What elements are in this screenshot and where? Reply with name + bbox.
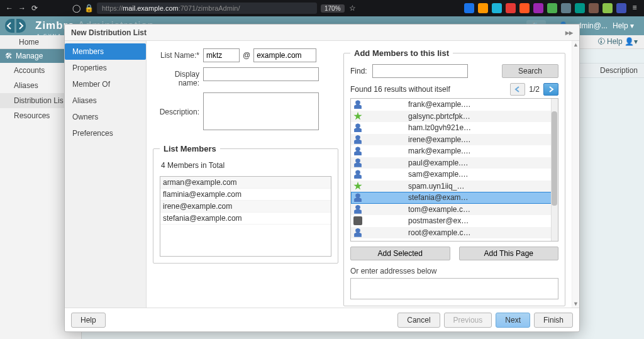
- person-icon: [353, 170, 362, 179]
- member-row[interactable]: flaminia@example.com: [160, 189, 331, 201]
- result-row[interactable]: spam.uyn1iiq_…: [351, 181, 558, 192]
- or-enter-label: Or enter addresses below: [350, 267, 558, 275]
- help-menu[interactable]: Help ▾: [613, 21, 634, 30]
- displayname-input[interactable]: [203, 67, 319, 81]
- result-row[interactable]: paul@example.…: [351, 157, 558, 169]
- person-icon: [353, 135, 362, 144]
- result-email: root@example.c…: [367, 228, 549, 237]
- description-textarea[interactable]: [203, 92, 319, 130]
- result-row[interactable]: tom@example.c…: [351, 204, 558, 216]
- result-email: irene@example.…: [367, 135, 549, 144]
- nav-item-properties[interactable]: Properties: [65, 60, 146, 76]
- result-row[interactable]: sam@example.…: [351, 169, 558, 181]
- ext-icon[interactable]: [547, 3, 557, 13]
- dialog-scrollbar[interactable]: ▲ ▼: [572, 41, 579, 308]
- right-column: Add Members to this list Find: Search Fo…: [343, 48, 565, 308]
- lock-icon: 🔒: [84, 4, 93, 13]
- ext-icon[interactable]: [492, 3, 502, 13]
- results-list[interactable]: frank@example.…galsync.pbrtcfpk…ham.lz0g…: [350, 98, 558, 242]
- dialog-nav: MembersPropertiesMember OfAliasesOwnersP…: [65, 41, 147, 308]
- help2-button[interactable]: 🛈 Help 👤▾: [597, 37, 638, 46]
- result-row[interactable]: galsync.pbrtcfpk…: [351, 111, 558, 123]
- person-icon: [353, 100, 362, 109]
- previous-button: Previous: [444, 313, 492, 328]
- person-icon: [353, 158, 362, 167]
- shield-icon: ◯: [72, 4, 80, 13]
- result-email: galsync.pbrtcfpk…: [367, 112, 549, 121]
- result-row[interactable]: root@example.c…: [351, 227, 558, 239]
- nav-item-owners[interactable]: Owners: [65, 109, 146, 125]
- ext-icon[interactable]: [506, 3, 516, 13]
- grid-col-description[interactable]: Description: [600, 66, 638, 75]
- url-host: mail.example.com: [123, 4, 179, 12]
- ext-icon[interactable]: [464, 3, 474, 13]
- star-outline-icon[interactable]: ☆: [348, 4, 357, 13]
- nav-item-preferences[interactable]: Preferences: [65, 125, 146, 142]
- description-label: Description:: [153, 92, 203, 116]
- forward-icon[interactable]: →: [18, 4, 26, 13]
- ext-icon[interactable]: [478, 3, 488, 13]
- add-members-legend: Add Members to this list: [350, 48, 453, 58]
- addresses-textarea[interactable]: [350, 278, 558, 299]
- result-row[interactable]: ham.lz0gvh921e…: [351, 122, 558, 134]
- reload-icon[interactable]: ⟳: [30, 4, 39, 13]
- result-row[interactable]: postmaster@ex…: [351, 215, 558, 227]
- dialog-titlebar: New Distribution List ▸▸: [65, 25, 579, 41]
- menu-icon[interactable]: ≡: [630, 3, 639, 12]
- back-icon[interactable]: ←: [5, 4, 14, 13]
- person-icon: [353, 147, 362, 155]
- add-selected-button[interactable]: Add Selected: [350, 247, 450, 260]
- result-row[interactable]: stefania@exam…: [351, 192, 558, 204]
- ext-icon[interactable]: [533, 3, 543, 13]
- next-button[interactable]: Next: [496, 313, 530, 328]
- history-pills: [5, 19, 26, 33]
- domain-input[interactable]: [253, 48, 316, 62]
- history-back-button[interactable]: [5, 19, 14, 33]
- result-row[interactable]: frank@example.…: [351, 99, 558, 111]
- help-button[interactable]: Help: [71, 313, 106, 328]
- member-list[interactable]: arman@example.comflaminia@example.comire…: [160, 176, 331, 257]
- url-path: :7071/zimbraAdmin/: [179, 4, 240, 12]
- scroll-down-icon[interactable]: ▼: [572, 300, 579, 308]
- result-email: stefania@exam…: [367, 193, 549, 202]
- finish-button[interactable]: Finish: [534, 313, 573, 328]
- pager-prev-button[interactable]: [510, 83, 525, 96]
- result-email: ham.lz0gvh921e…: [367, 123, 549, 132]
- nav-item-members[interactable]: Members: [65, 43, 146, 60]
- ext-icon[interactable]: [616, 3, 626, 13]
- cancel-button[interactable]: Cancel: [397, 313, 440, 328]
- find-label: Find:: [350, 67, 367, 75]
- sidebar-manage-label: Manage: [16, 52, 43, 60]
- result-email: mark@example.…: [367, 147, 549, 155]
- scrollbar-track[interactable]: [551, 99, 558, 241]
- scrollbar-thumb[interactable]: [552, 111, 557, 206]
- nav-item-aliases[interactable]: Aliases: [65, 92, 146, 109]
- person-icon: [353, 193, 362, 202]
- search-button[interactable]: Search: [502, 64, 558, 78]
- listname-input[interactable]: [203, 48, 240, 62]
- ext-icon[interactable]: [575, 3, 585, 13]
- add-this-page-button[interactable]: Add This Page: [459, 247, 559, 260]
- scroll-up-icon[interactable]: ▲: [572, 41, 579, 48]
- ext-icon[interactable]: [561, 3, 571, 13]
- member-row[interactable]: arman@example.com: [160, 177, 331, 189]
- result-row[interactable]: mark@example.…: [351, 145, 558, 157]
- history-forward-button[interactable]: [16, 19, 26, 33]
- zoom-badge[interactable]: 170%: [321, 4, 345, 13]
- robot-icon: [353, 216, 362, 225]
- result-email: paul@example.…: [367, 158, 549, 167]
- member-row[interactable]: irene@example.com: [160, 201, 331, 213]
- pager-next-button[interactable]: [543, 83, 558, 96]
- member-row[interactable]: stefania@example.com: [160, 213, 331, 225]
- extension-icons: ≡: [464, 3, 639, 13]
- collapse-icon[interactable]: ▸▸: [565, 28, 573, 37]
- ext-icon[interactable]: [519, 3, 530, 13]
- new-distribution-list-dialog: New Distribution List ▸▸ MembersProperti…: [64, 24, 580, 332]
- url-bar[interactable]: https:// mail.example.com :7071/zimbraAd…: [97, 3, 317, 14]
- pager-label: 1/2: [529, 85, 540, 94]
- nav-item-member-of[interactable]: Member Of: [65, 76, 146, 92]
- ext-icon[interactable]: [589, 3, 599, 13]
- find-input[interactable]: [372, 64, 468, 78]
- ext-icon[interactable]: [602, 3, 613, 13]
- result-row[interactable]: irene@example.…: [351, 134, 558, 146]
